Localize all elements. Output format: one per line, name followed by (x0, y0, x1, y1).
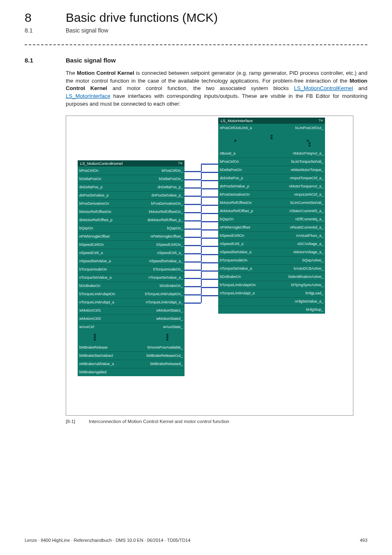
port-input: bSpeedCtrlIOn (220, 234, 244, 238)
signal-wire (184, 220, 201, 221)
kernel-row: bSpeedCtrlIOnbSpeedCtrlIOn_ (78, 240, 184, 249)
signal-wire (201, 197, 202, 204)
chapter-header: 8 Basic drive functions (MCK) (25, 11, 367, 25)
signal-wire (201, 221, 202, 229)
signal-wire (184, 187, 201, 188)
signal-wire (201, 254, 218, 255)
kernel-row: bPosDerivativeOnbPosDerivativeOn_ (78, 199, 184, 208)
link-motorinterface[interactable]: LS_MotorInterface (66, 93, 111, 99)
port-output: dnPosSetValue_p_ (152, 193, 183, 197)
port-input: bQspOn (220, 217, 234, 221)
port-input: nSpeedSetValue_a (79, 259, 111, 263)
link-motioncontrolkernel[interactable]: LS_MotionControlKernel (294, 85, 353, 91)
port-output: bQspActive_ (302, 258, 323, 262)
port-output: dnDeltaPos_p_ (157, 185, 183, 189)
signal-wire (201, 262, 218, 263)
motor-row: nBoost_anMotorFreqAct_a_ (218, 149, 325, 157)
port-input: bMBrakeApplied (79, 370, 106, 374)
port-output: bHlgLoad_ (305, 291, 323, 295)
port-input: bSpeedCtrlIOn (79, 243, 104, 247)
port-input: bTorquemodeOn (79, 267, 107, 271)
port-input: bQspOn (79, 226, 93, 230)
block-title-icons: ? ≡ (178, 161, 182, 165)
port-input: dnDeltaPos_p (220, 176, 243, 180)
port-output: nSpeedSetValue_a_ (149, 259, 183, 263)
signal-wire (201, 221, 218, 222)
motor-row: nTorqueLimitAdapt_abHlgLoad_ (218, 289, 325, 297)
port-output: bMotorRefOffsetOn_ (149, 210, 183, 214)
text-frag: have interfaces with corresponding input… (66, 93, 367, 107)
motor-row: bDeltaPosOnwMaxMotorTorque_ (218, 166, 325, 174)
port-input: wMotionCtrl2 (79, 317, 101, 321)
kernel-row: nSpeedCtrlI_anSpeedCtrlI_a_ (78, 249, 184, 257)
block-title-motorinterface: LS_MotorInterface ? ≡ (218, 118, 325, 124)
signal-wire (201, 180, 218, 181)
figure-tag: [8-1] (66, 419, 89, 424)
port-output: nMotorVoltage_a_ (293, 250, 323, 254)
port-output: nDCVoltage_a_ (297, 242, 323, 246)
port-output: bHomePosAvailable_ (148, 345, 183, 349)
signal-wire (201, 279, 202, 286)
port-input: bMBrakeRelease (79, 345, 108, 349)
port-output: bSpeedCtrlIOn_ (156, 243, 183, 247)
block-title-text: LS_MotionControlKernel (80, 161, 123, 166)
vdots-icon: ▪ ▪▪ ▪▪ ▪ (78, 331, 184, 343)
port-output: bHlgStop_ (306, 308, 323, 312)
footer-left: Lenze · 8400 HighLine · Referenzhandbuch… (25, 538, 190, 543)
port-input: bMotorRefOffsetOn (220, 201, 252, 205)
kernel-row: bTorqueLimitAdaptOnbTorqueLimitAdaptOn_ (78, 290, 184, 298)
port-input: dnMotorRefOffset_p (79, 218, 113, 222)
signal-wire (201, 205, 218, 206)
port-output: nPWMAngleOffset_ (150, 234, 183, 238)
port-input: nBoost_a (220, 151, 235, 155)
kernel-row: bTorquemodeOnbTorquemodeOn_ (78, 265, 184, 273)
motor-row: bHlgStop_ (218, 305, 325, 314)
port-output: bDcBrakeOn_ (159, 284, 183, 288)
signal-wire (201, 295, 202, 303)
section-number: 8.1 (25, 57, 66, 64)
signal-wire (201, 287, 202, 294)
signal-wire (184, 253, 201, 254)
signal-wire (184, 261, 201, 262)
port-output: wMotionState1_ (156, 308, 183, 312)
subsection-title-top: Basic signal flow (66, 27, 108, 34)
kernel-row: bPosCtrlOnbPosCtrlOn_ (78, 166, 184, 175)
port-output: bTorquemodeOn_ (153, 267, 183, 271)
kernel-row: nTorqueLimitAdapt_anTorqueLimitAdapt_a_ (78, 298, 184, 306)
signal-wire (201, 279, 218, 280)
port-output: nMotorFreqAct_a_ (293, 151, 323, 155)
motor-row: dnMotorRefOffset_pnStatorCurrentIS_a_ (218, 207, 325, 215)
block-motioncontrolkernel: LS_MotionControlKernel ? ≡ bPosCtrlOnbPo… (78, 160, 184, 376)
kernel-row: dnDeltaPos_pdnDeltaPos_p_ (78, 183, 184, 191)
port-input: nTorqueSetValue_a (79, 275, 111, 280)
port-output: bAutoDCBActive_ (294, 266, 323, 271)
port-input: bTorquemodeOn (220, 258, 247, 262)
port-input: nPWMAngleOffset (79, 234, 110, 238)
chapter-number: 8 (25, 11, 66, 25)
port-output: nTorqueSetValue_a_ (149, 275, 183, 280)
kernel-row: wMotionCtrl1wMotionState1_ (78, 306, 184, 314)
signal-wire (201, 213, 202, 220)
signal-wire (184, 294, 201, 295)
port-output: bLimTorqueSetVal_ (291, 160, 323, 164)
port-input: dnMotorRefOffset_p (220, 209, 253, 213)
kernel-row: nTorqueSetValue_anTorqueSetValue_a_ (78, 273, 184, 282)
port-output: nTorqueLimitAdapt_a_ (146, 300, 183, 304)
signal-wire (201, 238, 218, 238)
port-input: bMotorRefOffsetOn (79, 210, 111, 214)
vdots-icon: ▪▪▪ ▪ ▪ ▪ (218, 132, 325, 149)
port-input: nSpeedSetValue_a (220, 250, 251, 254)
signal-wire (184, 204, 201, 205)
port-input: wAuxCtrl (79, 325, 94, 329)
signal-wire (184, 171, 201, 172)
block-motorinterface: LS_MotorInterface ? ≡ nPosCtrlOutLimit_a… (218, 118, 325, 314)
signal-wire (184, 278, 201, 279)
motor-row: nPWMAngleOffsetnReaktCurrentId_a_ (218, 223, 325, 231)
header-divider (25, 44, 367, 45)
signal-wire (201, 164, 202, 171)
chapter-title: Basic drive functions (MCK) (66, 11, 218, 25)
signal-wire (184, 179, 201, 180)
page-footer: Lenze · 8400 HighLine · Referenzhandbuch… (25, 538, 367, 543)
port-input: bPosDerivativeOn (220, 192, 250, 197)
port-input: dnPosSetValue_p (220, 184, 249, 188)
